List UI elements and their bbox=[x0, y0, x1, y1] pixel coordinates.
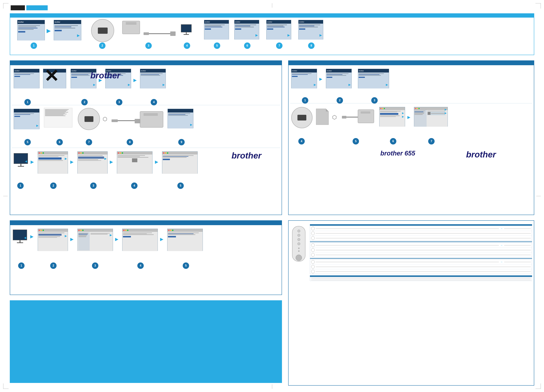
br-arrow-2: ▶ bbox=[349, 83, 351, 86]
step-mac-3: 3 bbox=[92, 262, 98, 269]
header-blue-bar bbox=[26, 5, 48, 10]
remote-btn-4 bbox=[297, 242, 300, 245]
table-arrow-2: → bbox=[500, 244, 503, 247]
br-printer-cable bbox=[340, 107, 376, 129]
mac-arrow-1: ▶ bbox=[30, 234, 33, 239]
mac-finder-ss-1: ▶ bbox=[38, 229, 68, 251]
svg-rect-7 bbox=[135, 119, 140, 123]
arrow-row3-3: ▶ bbox=[110, 159, 113, 164]
arrow-on-screen-2: ▶ bbox=[77, 33, 80, 37]
table-section: → → bbox=[288, 220, 534, 386]
arrow-bl-3: ▶ bbox=[93, 83, 95, 86]
screenshot-row2-1: ▶ bbox=[14, 109, 40, 129]
br-logo-2: brother bbox=[327, 70, 332, 72]
text-bubble bbox=[44, 108, 72, 127]
step-bl-2: 2 bbox=[81, 99, 88, 105]
arrow-row2-1: ▶ bbox=[36, 124, 38, 127]
logo-5: brother bbox=[205, 21, 210, 23]
remote-btn-3 bbox=[297, 238, 300, 241]
br-mac-screenshot-2: ▶ ▶ bbox=[414, 107, 448, 127]
br-arrow-between-1: ▶ bbox=[319, 77, 322, 81]
arrow-mac-2: ▶ bbox=[104, 157, 106, 160]
br-screenshot-3: brother ▶ bbox=[358, 69, 389, 88]
top-section: brother ▶ brother ▶ bbox=[10, 13, 534, 55]
br-row-2: ⬡ bbox=[290, 105, 532, 147]
info-table-wrapper: → → bbox=[310, 224, 532, 281]
logo-6: brother bbox=[235, 21, 240, 23]
step-7: 7 bbox=[276, 42, 283, 49]
logo-1: brother bbox=[18, 21, 24, 23]
table-circle-6 bbox=[311, 253, 315, 257]
large-circle-connector-2 bbox=[78, 108, 100, 130]
corner-mark-bl bbox=[3, 383, 9, 389]
logo-bl-1: brother bbox=[15, 70, 20, 72]
usb-port-inner bbox=[98, 28, 108, 34]
bottom-left-section: brother ✕ brother bbox=[10, 60, 282, 215]
step-br-row2-1: 4 bbox=[298, 138, 305, 144]
table-arrow-3: → bbox=[500, 260, 503, 263]
svg-rect-1 bbox=[149, 33, 170, 34]
step-1: 1 bbox=[31, 42, 37, 49]
screenshot-row2-end: ▶ bbox=[168, 109, 193, 128]
step-bl-row3-2: 2 bbox=[50, 183, 57, 189]
sub-row-1: brother ✕ brother bbox=[12, 66, 281, 105]
step-4: 4 bbox=[184, 42, 190, 49]
connector-inner bbox=[84, 116, 93, 122]
step-br-row2-4: 7 bbox=[428, 138, 435, 144]
table-divider-1 bbox=[310, 242, 532, 242]
step-mac-4: 4 bbox=[137, 262, 144, 269]
corner-mark-tr bbox=[535, 3, 541, 9]
screenshot-bl-4: brother ▶ bbox=[105, 69, 131, 88]
sub-row-3: ◀ ▶ ▶ bbox=[12, 150, 281, 191]
header-black-bar bbox=[11, 5, 25, 10]
usb-circle-connector bbox=[91, 19, 114, 42]
step-bl-row2-1: 5 bbox=[24, 139, 31, 145]
step-br-row2-2: 5 bbox=[353, 138, 359, 144]
page-wrapper: brother ▶ brother ▶ bbox=[0, 0, 544, 392]
svg-rect-2 bbox=[170, 31, 176, 36]
screenshot-bl-5: brother ▶ bbox=[140, 69, 166, 88]
crosshair-left bbox=[3, 196, 8, 196]
crosshair-bottom bbox=[272, 384, 272, 389]
x-overlay: ✕ bbox=[44, 67, 59, 85]
mac-arrow-4: ▶ bbox=[160, 237, 163, 242]
arrow-row2-end: ▶ bbox=[190, 123, 192, 126]
br-mac-arrow-2a: ▶ bbox=[445, 108, 447, 111]
step-5: 5 bbox=[214, 42, 220, 49]
screenshot-bl-3: brother ▶ bbox=[71, 69, 96, 88]
table-circle-8 bbox=[311, 265, 315, 269]
step-bl-row3-5: 5 bbox=[177, 183, 184, 189]
table-row-group-extra bbox=[310, 277, 532, 281]
bottom-right-header bbox=[289, 61, 534, 65]
remote-btn-large bbox=[296, 255, 302, 261]
logo-7: brother bbox=[267, 21, 272, 23]
step-mac-1: 1 bbox=[18, 262, 24, 269]
table-divider-2 bbox=[310, 258, 532, 259]
table-circle-3 bbox=[311, 236, 315, 240]
top-section-header bbox=[10, 14, 534, 17]
br-connector-inner bbox=[297, 115, 306, 121]
screenshot-thumb-6: brother ▶ bbox=[234, 20, 259, 40]
table-circle-1 bbox=[311, 227, 315, 230]
logo-bl-3: brother bbox=[71, 70, 77, 72]
step-mac-5: 5 bbox=[183, 262, 189, 269]
step-mac-2: 2 bbox=[50, 262, 57, 269]
arrow-row3-4: ▶ bbox=[155, 159, 158, 164]
arrow-row3-2: ▶ bbox=[70, 159, 73, 164]
table-row-group-2: → bbox=[310, 243, 532, 258]
br-logo-1: brother bbox=[292, 70, 297, 72]
step-3: 3 bbox=[145, 42, 152, 49]
br-mac-arrow-1b: ▶ bbox=[402, 115, 404, 118]
far-bottom-left-section: ◀ ▶ ▶ bbox=[10, 220, 282, 295]
logo-bl-4: brother bbox=[106, 70, 111, 72]
usb-symbol: ⬡ bbox=[103, 116, 107, 122]
table-circle-2 bbox=[311, 231, 315, 235]
crosshair-right bbox=[536, 196, 541, 196]
br-row-1: brother ▶ ▶ brother bbox=[290, 66, 532, 104]
remote-btn-1 bbox=[297, 230, 300, 232]
monitor-stand-1 bbox=[186, 32, 187, 34]
very-bottom-section bbox=[10, 300, 282, 383]
step-bl-row3-1: 1 bbox=[17, 183, 24, 189]
mac-finder-arrow-1: ▶ bbox=[65, 234, 67, 238]
br-paper-shape bbox=[315, 108, 330, 126]
